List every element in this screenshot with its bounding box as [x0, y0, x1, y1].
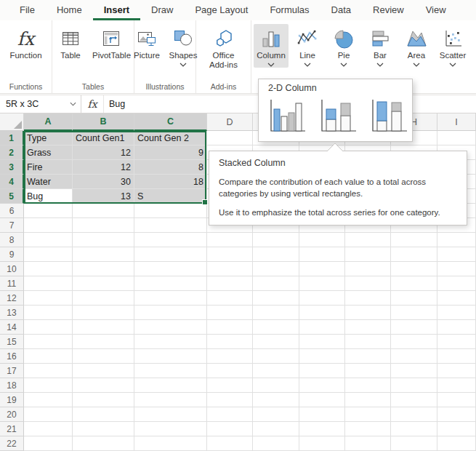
table-button[interactable]: Table — [53, 24, 88, 61]
tab-insert[interactable]: Insert — [93, 0, 140, 20]
cell-C11[interactable] — [134, 276, 207, 291]
cell-I8[interactable] — [437, 233, 476, 247]
cell-H11[interactable] — [391, 276, 437, 291]
cell-B14[interactable] — [73, 320, 134, 335]
cell-A9[interactable] — [24, 247, 73, 262]
cell-F19[interactable] — [299, 393, 345, 407]
shapes-button[interactable]: Shapes — [166, 24, 201, 68]
cell-F10[interactable] — [299, 262, 345, 276]
cell-A6[interactable] — [24, 204, 73, 218]
cell-A13[interactable] — [24, 306, 73, 320]
name-box[interactable]: 5R x 3C — [0, 95, 81, 113]
cell-D8[interactable] — [207, 233, 253, 247]
cell-A4[interactable]: Water — [24, 175, 73, 189]
cell-C21[interactable] — [134, 422, 207, 436]
cell-I21[interactable] — [437, 422, 476, 436]
cell-E21[interactable] — [253, 422, 299, 436]
cell-H21[interactable] — [391, 422, 437, 436]
col-header-D[interactable]: D — [207, 113, 253, 131]
cell-B2[interactable]: 12 — [73, 145, 134, 160]
cell-H8[interactable] — [391, 233, 437, 247]
cell-D19[interactable] — [207, 393, 253, 407]
cell-B13[interactable] — [73, 306, 134, 320]
cell-C3[interactable]: 8 — [134, 160, 207, 175]
cell-E11[interactable] — [253, 276, 299, 291]
cell-C7[interactable] — [134, 218, 207, 233]
cell-G10[interactable] — [345, 262, 391, 276]
cell-A12[interactable] — [24, 291, 73, 306]
office-addins-button[interactable]: Office Add-ins — [202, 24, 246, 71]
cell-G12[interactable] — [345, 291, 391, 306]
row-header-2[interactable]: 2 — [0, 145, 24, 160]
cell-A1[interactable]: Type — [24, 131, 73, 145]
cell-A20[interactable] — [24, 407, 73, 422]
cell-I13[interactable] — [437, 306, 476, 320]
cell-A10[interactable] — [24, 262, 73, 276]
cell-A16[interactable] — [24, 349, 73, 364]
cell-G9[interactable] — [345, 247, 391, 262]
cell-G21[interactable] — [345, 422, 391, 436]
cell-B17[interactable] — [73, 364, 134, 378]
cell-G22[interactable] — [345, 436, 391, 451]
cell-D10[interactable] — [207, 262, 253, 276]
cell-A5[interactable]: Bug — [24, 189, 73, 204]
row-header-3[interactable]: 3 — [0, 160, 24, 175]
cell-A11[interactable] — [24, 276, 73, 291]
cell-C5[interactable]: S — [134, 189, 207, 204]
pivottable-button[interactable]: PivotTable — [89, 24, 133, 61]
bar-chart-button[interactable]: Bar — [363, 24, 398, 68]
cell-B18[interactable] — [73, 378, 134, 393]
cell-B3[interactable]: 12 — [73, 160, 134, 175]
row-header-21[interactable]: 21 — [0, 422, 24, 436]
cell-B7[interactable] — [73, 218, 134, 233]
cell-G14[interactable] — [345, 320, 391, 335]
cell-G19[interactable] — [345, 393, 391, 407]
col-header-C[interactable]: C — [134, 113, 207, 131]
100-percent-stacked-column-option[interactable] — [368, 96, 410, 137]
cell-F22[interactable] — [299, 436, 345, 451]
cell-G16[interactable] — [345, 349, 391, 364]
clustered-column-option[interactable] — [266, 96, 308, 137]
cell-C18[interactable] — [134, 378, 207, 393]
cell-A3[interactable]: Fire — [24, 160, 73, 175]
cell-G11[interactable] — [345, 276, 391, 291]
cell-H10[interactable] — [391, 262, 437, 276]
cell-C16[interactable] — [134, 349, 207, 364]
cell-I16[interactable] — [437, 349, 476, 364]
col-header-I[interactable]: I — [437, 113, 476, 131]
cell-D16[interactable] — [207, 349, 253, 364]
row-header-7[interactable]: 7 — [0, 218, 24, 233]
cell-D20[interactable] — [207, 407, 253, 422]
cell-C1[interactable]: Count Gen 2 — [134, 131, 207, 145]
cell-A22[interactable] — [24, 436, 73, 451]
cell-C20[interactable] — [134, 407, 207, 422]
cell-G15[interactable] — [345, 335, 391, 349]
cell-C19[interactable] — [134, 393, 207, 407]
line-chart-button[interactable]: Line — [290, 24, 325, 68]
cell-A14[interactable] — [24, 320, 73, 335]
cell-H18[interactable] — [391, 378, 437, 393]
row-header-13[interactable]: 13 — [0, 306, 24, 320]
cell-H17[interactable] — [391, 364, 437, 378]
cell-B16[interactable] — [73, 349, 134, 364]
cell-F14[interactable] — [299, 320, 345, 335]
cell-D22[interactable] — [207, 436, 253, 451]
cell-I19[interactable] — [437, 393, 476, 407]
pie-chart-button[interactable]: Pie — [326, 24, 361, 68]
cell-D15[interactable] — [207, 335, 253, 349]
cell-H14[interactable] — [391, 320, 437, 335]
scatter-chart-button[interactable]: Scatter — [435, 24, 470, 68]
cell-D1[interactable] — [207, 131, 253, 145]
cell-G8[interactable] — [345, 233, 391, 247]
tab-formulas[interactable]: Formulas — [259, 0, 320, 20]
cell-E20[interactable] — [253, 407, 299, 422]
select-all-corner[interactable] — [0, 113, 24, 131]
cell-E18[interactable] — [253, 378, 299, 393]
cell-B15[interactable] — [73, 335, 134, 349]
cell-A17[interactable] — [24, 364, 73, 378]
cell-C12[interactable] — [134, 291, 207, 306]
cell-F20[interactable] — [299, 407, 345, 422]
cell-H13[interactable] — [391, 306, 437, 320]
row-header-6[interactable]: 6 — [0, 204, 24, 218]
cell-F13[interactable] — [299, 306, 345, 320]
